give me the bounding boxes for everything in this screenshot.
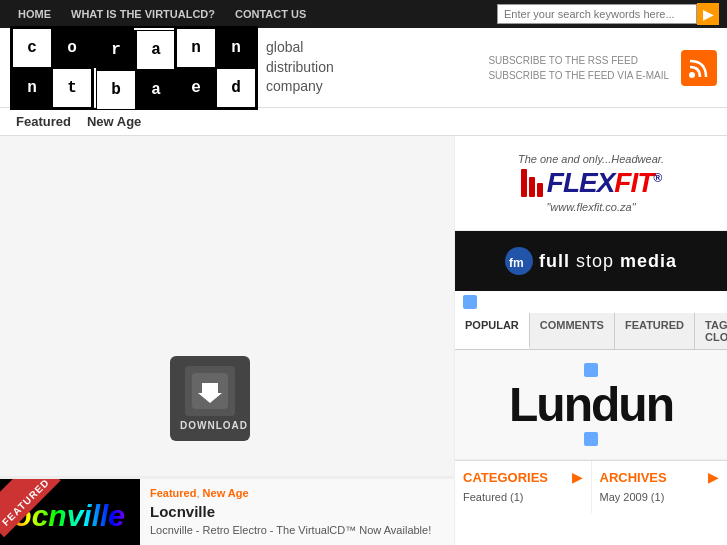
fullstop-ad[interactable]: fm full stop media [455, 231, 727, 291]
hero-area: DOWNLOAD [0, 136, 454, 476]
logo-cell-b: b [96, 70, 136, 110]
categories-header: CATEGORIES ▶ [463, 469, 583, 485]
logo-grid-3: n n e d [174, 26, 258, 110]
site-logo[interactable]: c o n t r a b a n n e d global distribut… [10, 26, 334, 110]
svg-text:fm: fm [509, 256, 524, 270]
logo-cell-e: e [176, 68, 216, 108]
post-cat-featured[interactable]: Featured [150, 487, 196, 499]
lundun-nav-icon-bottom[interactable] [584, 432, 598, 446]
rss-area: SUBSCRIBE TO THE RSS FEED SUBSCRIBE TO T… [488, 50, 717, 86]
widget-nav-top [455, 291, 727, 313]
post-categories: Featured, New Age [150, 487, 444, 499]
logo-cell-d: d [216, 68, 256, 108]
nav-home[interactable]: HOME [8, 8, 61, 20]
flexfit-logo: FLEXFIT® [521, 167, 661, 199]
lundun-logo: Lundun [509, 377, 673, 432]
flexfit-ad[interactable]: The one and only...Headwear. FLEXFIT® "w… [455, 136, 727, 231]
archives-section: ARCHIVES ▶ May 2009 (1) [592, 461, 728, 513]
logo-cell-a1: a [136, 30, 176, 70]
logo-grid-2: r a b a [92, 26, 176, 110]
logo-cell-n3: n [216, 28, 256, 68]
tab-comments[interactable]: COMMENTS [530, 313, 615, 349]
lundun-ad[interactable]: Lundun [455, 350, 727, 460]
nav-contact[interactable]: CONTACT US [225, 8, 316, 20]
logo-tagline: global distribution company [266, 38, 334, 97]
category-item-featured: Featured (1) [463, 491, 583, 503]
tab-popular[interactable]: POPULAR [455, 313, 530, 349]
logo-cell-r: r [96, 30, 136, 70]
logo-cell-n2: n [176, 28, 216, 68]
flexfit-bars [521, 169, 543, 197]
top-navigation: HOME WHAT IS THE VIRTUALCD? CONTACT US ▶ [0, 0, 727, 28]
rss-icon[interactable] [681, 50, 717, 86]
sidebar-tabs: POPULAR COMMENTS FEATURED TAG CLOUD [455, 313, 727, 350]
subnav-newage[interactable]: New Age [79, 114, 149, 129]
flexfit-url: "www.flexfit.co.za" [546, 201, 635, 213]
download-button[interactable]: DOWNLOAD [170, 356, 250, 441]
categories-section: CATEGORIES ▶ Featured (1) [455, 461, 592, 513]
archives-header: ARCHIVES ▶ [600, 469, 720, 485]
logo-grid: c o n t [10, 26, 94, 110]
sidebar-bottom: CATEGORIES ▶ Featured (1) ARCHIVES ▶ May… [455, 460, 727, 513]
categories-title: CATEGORIES [463, 470, 548, 485]
flexfit-tagline: The one and only...Headwear. [518, 153, 664, 165]
tab-featured[interactable]: FEATURED [615, 313, 695, 349]
logo-cell-t: t [52, 68, 92, 108]
post-cat-newage[interactable]: New Age [203, 487, 249, 499]
categories-arrow[interactable]: ▶ [572, 469, 583, 485]
tab-tagcloud[interactable]: TAG CLOUD [695, 313, 727, 349]
search-input[interactable] [497, 4, 697, 24]
widget-icon-top[interactable] [463, 295, 477, 309]
search-button[interactable]: ▶ [697, 3, 719, 25]
post-title: Locnville [150, 503, 444, 520]
post-excerpt: Locnville - Retro Electro - The VirtualC… [150, 524, 444, 536]
rss-feed-link[interactable]: SUBSCRIBE TO THE RSS FEED [488, 55, 669, 66]
lundun-nav-icon-top[interactable] [584, 363, 598, 377]
left-content: DOWNLOAD FEATURED locnville Featured, Ne… [0, 136, 455, 545]
search-box: ▶ [497, 3, 719, 25]
download-icon [185, 366, 235, 416]
archive-item-may: May 2009 (1) [600, 491, 720, 503]
download-label: DOWNLOAD [180, 420, 240, 431]
logo-cell-c: c [12, 28, 52, 68]
flexfit-brand-name: FLEXFIT® [547, 167, 661, 199]
subnav-featured[interactable]: Featured [8, 114, 79, 129]
logo-cell-a2: a [136, 70, 176, 110]
logo-cell-n: n [12, 68, 52, 108]
site-header: c o n t r a b a n n e d global distribut… [0, 28, 727, 108]
archives-arrow[interactable]: ▶ [708, 469, 719, 485]
fullstop-text: full stop media [539, 251, 677, 272]
logo-cell-o: o [52, 28, 92, 68]
post-thumbnail: FEATURED locnville [0, 479, 140, 545]
archives-title: ARCHIVES [600, 470, 667, 485]
main-content: DOWNLOAD FEATURED locnville Featured, Ne… [0, 136, 727, 545]
svg-point-0 [689, 72, 695, 78]
fullstop-icon: fm [505, 247, 533, 275]
right-sidebar: The one and only...Headwear. FLEXFIT® "w… [455, 136, 727, 545]
featured-post: FEATURED locnville Featured, New Age Loc… [0, 476, 454, 545]
rss-email-link[interactable]: SUBSCRIBE TO THE FEED VIA E-MAIL [488, 70, 669, 81]
post-content: Featured, New Age Locnville Locnville - … [140, 479, 454, 545]
nav-virtualcd[interactable]: WHAT IS THE VIRTUALCD? [61, 8, 225, 20]
sub-navigation: Featured New Age [0, 108, 727, 136]
